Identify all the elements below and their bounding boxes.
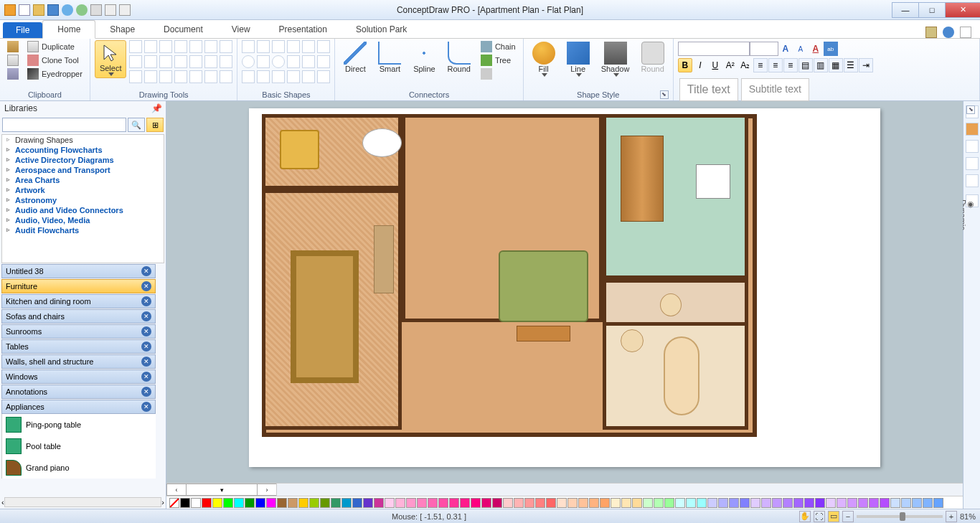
color-swatch-16[interactable]	[352, 498, 362, 508]
close-lib-icon[interactable]: ✕	[141, 326, 151, 336]
title-text-style[interactable]: Title text	[679, 78, 738, 101]
connector-round-button[interactable]: Round	[443, 40, 474, 75]
clone-tool-button[interactable]: Clone Tool	[24, 54, 85, 67]
color-swatch-20[interactable]	[395, 498, 405, 508]
tool-8[interactable]	[129, 55, 142, 68]
close-lib-icon[interactable]: ✕	[141, 372, 151, 382]
close-lib-icon[interactable]: ✕	[141, 357, 151, 367]
tool-21[interactable]	[220, 70, 232, 83]
tree-item-9[interactable]: Audit Flowcharts	[2, 225, 164, 235]
line-button[interactable]: Line	[562, 40, 594, 78]
color-swatch-69[interactable]	[923, 498, 933, 508]
color-swatch-17[interactable]	[363, 498, 373, 508]
tool-20[interactable]	[204, 70, 217, 83]
tool-17[interactable]	[159, 70, 172, 83]
color-swatch-2[interactable]	[202, 498, 212, 508]
tree-item-7[interactable]: Audio and Video Connectors	[2, 205, 164, 215]
bold-button[interactable]: B	[678, 58, 692, 72]
rug[interactable]	[291, 250, 359, 383]
tool-12[interactable]	[189, 55, 202, 68]
rtool-3[interactable]	[966, 140, 979, 153]
color-swatch-70[interactable]	[933, 498, 943, 508]
shape-14[interactable]	[257, 70, 270, 83]
color-swatch-47[interactable]	[686, 498, 696, 508]
color-swatch-62[interactable]	[847, 498, 857, 508]
color-swatch-29[interactable]	[492, 498, 502, 508]
pin-icon[interactable]: 📌	[151, 103, 161, 113]
lib-tab-5[interactable]: Tables✕	[1, 339, 156, 354]
lib-tab-7[interactable]: Windows✕	[1, 369, 156, 384]
shape-piano[interactable]: Grand piano	[2, 457, 156, 479]
color-swatch-56[interactable]	[783, 498, 793, 508]
shape-9[interactable]	[272, 55, 285, 68]
qat-print-icon[interactable]	[90, 4, 102, 16]
color-swatch-36[interactable]	[567, 498, 578, 508]
tree-item-2[interactable]: Active Directory Diagrams	[2, 155, 164, 165]
subtitle-text-style[interactable]: Subtitle text	[741, 78, 809, 101]
color-swatch-61[interactable]	[837, 498, 847, 508]
chain-button[interactable]: Chain	[478, 40, 519, 53]
color-swatch-35[interactable]	[557, 498, 567, 508]
shrink-font-button[interactable]: A	[793, 42, 808, 56]
duplicate-button[interactable]: Duplicate	[24, 40, 85, 53]
color-swatch-49[interactable]	[707, 498, 717, 508]
zoom-fit-icon[interactable]: ⛶	[814, 511, 825, 522]
prev-page-button[interactable]: ‹	[166, 484, 187, 496]
select-tool-button[interactable]: Select	[95, 40, 127, 78]
qat-preview-icon[interactable]	[105, 4, 116, 16]
tab-shape[interactable]: Shape	[95, 21, 149, 38]
shape-pool[interactable]: Pool table	[2, 435, 156, 457]
grow-font-button[interactable]: A	[778, 42, 793, 56]
floor-plan[interactable]	[262, 114, 757, 437]
align-center-button[interactable]: ≡	[768, 58, 783, 72]
hand-tool-icon[interactable]: ✋	[799, 511, 811, 522]
color-swatch-52[interactable]	[740, 498, 750, 508]
connector-direct-button[interactable]: Direct	[339, 40, 371, 75]
color-swatch-46[interactable]	[675, 498, 685, 508]
qat-new-icon[interactable]	[19, 4, 30, 16]
bullets-button[interactable]: ☰	[844, 58, 858, 72]
color-swatch-65[interactable]	[880, 498, 890, 508]
qat-shield-icon[interactable]	[4, 4, 16, 16]
close-lib-icon[interactable]: ✕	[141, 311, 151, 321]
dynamic-help-tab[interactable]: ◉ Dynamic Help	[966, 194, 979, 207]
align-right-button[interactable]: ≡	[783, 58, 798, 72]
shape-3[interactable]	[272, 40, 285, 53]
shape-1[interactable]	[242, 40, 255, 53]
shape-18[interactable]	[317, 70, 330, 83]
lib-tab-4[interactable]: Sunrooms✕	[1, 324, 156, 339]
color-swatch-15[interactable]	[341, 498, 352, 508]
color-swatch-5[interactable]	[234, 498, 244, 508]
color-swatch-37[interactable]	[578, 498, 588, 508]
lib-tab-8[interactable]: Annotations✕	[1, 385, 156, 399]
coffee-table[interactable]	[374, 225, 394, 293]
eyedropper-button[interactable]: Eyedropper	[24, 67, 85, 80]
next-page-button[interactable]: ›	[257, 484, 277, 496]
subscript-button[interactable]: A₂	[738, 58, 753, 72]
tool-11[interactable]	[174, 55, 187, 68]
qat-redo-icon[interactable]	[76, 4, 88, 16]
connector-more-button[interactable]	[478, 67, 519, 80]
color-swatch-45[interactable]	[664, 498, 674, 508]
copy-button[interactable]	[4, 54, 22, 67]
font-size-input[interactable]	[750, 42, 778, 56]
zoom-slider[interactable]	[857, 515, 943, 518]
color-swatch-57[interactable]	[793, 498, 804, 508]
clipboard-icon[interactable]	[925, 27, 937, 38]
lib-tab-1[interactable]: Furniture✕	[1, 279, 156, 293]
tool-19[interactable]	[189, 70, 202, 83]
color-swatch-42[interactable]	[632, 498, 642, 508]
color-swatch-24[interactable]	[438, 498, 448, 508]
color-swatch-32[interactable]	[524, 498, 534, 508]
color-swatch-26[interactable]	[460, 498, 470, 508]
tool-15[interactable]	[129, 70, 142, 83]
shapestyle-launcher[interactable]: ⬊	[660, 90, 669, 99]
lib-tab-6[interactable]: Walls, shell and structure✕	[1, 354, 156, 369]
color-swatch-30[interactable]	[503, 498, 513, 508]
maximize-button[interactable]: □	[918, 2, 946, 18]
color-swatch-51[interactable]	[729, 498, 739, 508]
tool-ellipse[interactable]	[144, 40, 157, 53]
color-swatch-6[interactable]	[245, 498, 255, 508]
color-swatch-68[interactable]	[912, 498, 922, 508]
tool-13[interactable]	[204, 55, 217, 68]
